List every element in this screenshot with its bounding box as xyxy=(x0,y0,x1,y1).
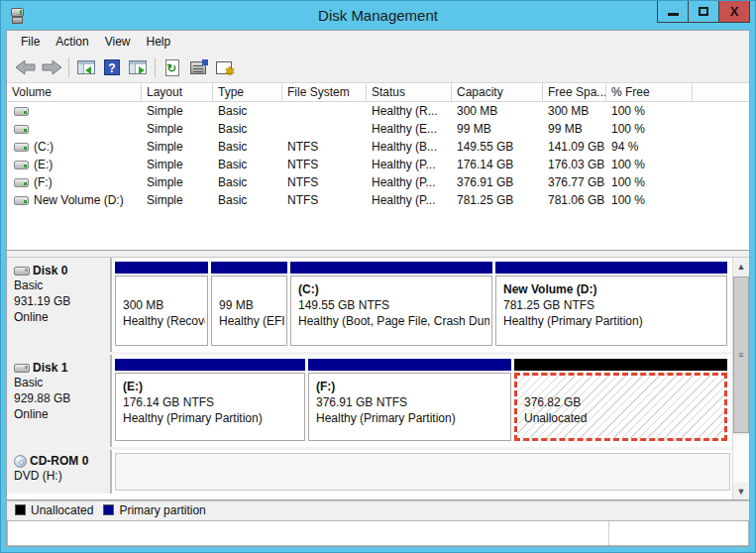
partition-recovery[interactable]: 300 MB Healthy (Recovery Partition) xyxy=(115,262,208,346)
status-bar-side-pane xyxy=(609,521,748,545)
minimize-button[interactable] xyxy=(657,1,689,23)
disk-name: Disk 1 xyxy=(33,361,67,375)
table-row[interactable]: (C:) Simple Basic NTFS Healthy (B... 149… xyxy=(7,138,749,156)
disk-status: Online xyxy=(14,309,106,325)
partition-efi[interactable]: 99 MB Healthy (EFI System Partition) xyxy=(211,262,287,346)
back-icon[interactable] xyxy=(13,55,39,79)
scrollbar-track[interactable] xyxy=(733,435,749,483)
menu-help[interactable]: Help xyxy=(139,31,179,53)
volume-icon xyxy=(14,161,29,169)
table-row[interactable]: Simple Basic Healthy (R... 300 MB 300 MB… xyxy=(7,102,749,120)
partition-e[interactable]: (E:) 176.14 GB NTFS Healthy (Primary Par… xyxy=(115,359,305,441)
scroll-down-button[interactable]: ▼ xyxy=(733,483,749,499)
partition-c[interactable]: (C:) 149.55 GB NTFS Healthy (Boot, Page … xyxy=(290,262,492,346)
legend-primary-partition: Primary partition xyxy=(103,503,205,517)
disk-row-disk0: Disk 0 Basic 931.19 GB Online 300 MB Hea… xyxy=(7,258,732,355)
forward-icon[interactable] xyxy=(39,55,64,79)
maximize-button[interactable] xyxy=(688,1,719,23)
volume-table-header: Volume Layout Type File System Status Ca… xyxy=(7,83,749,102)
toolbar: ? ↻ ✱ xyxy=(7,53,749,83)
volume-icon xyxy=(14,143,29,152)
disk-management-app-icon[interactable] xyxy=(9,7,27,25)
disk-status: Online xyxy=(14,406,106,422)
cdrom-name: CD-ROM 0 xyxy=(30,454,88,468)
show-action-pane-icon[interactable] xyxy=(125,55,151,79)
partition-status-bar xyxy=(514,359,727,371)
table-row[interactable]: (E:) Simple Basic NTFS Healthy (P... 176… xyxy=(7,156,749,173)
window-controls: X xyxy=(658,1,750,23)
disk-row-cdrom0: CD-ROM 0 DVD (H:) xyxy=(7,450,732,494)
column-header-status[interactable]: Status xyxy=(367,83,452,101)
disk-icon xyxy=(14,267,30,276)
column-header-capacity[interactable]: Capacity xyxy=(452,83,543,101)
vertical-scrollbar[interactable]: ▲ ≡ ▼ xyxy=(732,258,749,499)
volume-icon xyxy=(14,107,29,116)
legend-bar: Unallocated Primary partition xyxy=(7,500,749,518)
volume-icon xyxy=(14,196,29,205)
disk-kind: Basic xyxy=(14,277,106,293)
disk0-label[interactable]: Disk 0 Basic 931.19 GB Online xyxy=(7,258,112,352)
partition-d[interactable]: New Volume (D:) 781.25 GB NTFS Healthy (… xyxy=(495,262,727,346)
table-row[interactable]: (F:) Simple Basic NTFS Healthy (P... 376… xyxy=(7,173,749,191)
menu-bar: File Action View Help xyxy=(7,31,749,53)
cdrom-media: DVD (H:) xyxy=(14,468,106,484)
cdrom0-label[interactable]: CD-ROM 0 DVD (H:) xyxy=(7,450,112,494)
volume-name: New Volume (D:) xyxy=(34,191,124,209)
minimize-icon xyxy=(668,13,679,16)
disk-size: 929.88 GB xyxy=(14,390,106,406)
close-icon: X xyxy=(730,5,739,18)
window-title: Disk Management xyxy=(1,7,755,24)
title-bar[interactable]: Disk Management X xyxy=(1,1,755,30)
volume-icon xyxy=(14,178,29,187)
legend-unallocated: Unallocated xyxy=(15,503,93,517)
refresh-icon[interactable]: ↻ xyxy=(160,55,185,79)
disk-kind: Basic xyxy=(14,375,106,390)
properties-icon[interactable] xyxy=(185,55,211,79)
menu-file[interactable]: File xyxy=(13,31,48,53)
column-header-volume[interactable]: Volume xyxy=(7,83,142,101)
cd-rom-icon xyxy=(14,455,27,468)
show-console-tree-icon[interactable] xyxy=(73,55,99,79)
disk-management-window: Disk Management X File Action View Help xyxy=(0,0,756,553)
legend-swatch-unallocated xyxy=(15,504,26,515)
close-button[interactable]: X xyxy=(718,1,750,23)
disk1-partitions: (E:) 176.14 GB NTFS Healthy (Primary Par… xyxy=(112,355,732,447)
partition-status-bar xyxy=(290,262,492,274)
pane-splitter[interactable] xyxy=(7,251,749,258)
scrollbar-thumb[interactable]: ≡ xyxy=(733,276,749,433)
column-header-pct-free[interactable]: % Free xyxy=(606,83,693,101)
volume-name: (C:) xyxy=(34,138,54,156)
table-row[interactable]: New Volume (D:) Simple Basic NTFS Health… xyxy=(7,191,749,209)
partition-unallocated-selected[interactable]: 376.82 GB Unallocated xyxy=(514,359,727,441)
app-icon-tower xyxy=(11,8,24,17)
graphical-view-pane: Disk 0 Basic 931.19 GB Online 300 MB Hea… xyxy=(7,258,749,500)
disk-row-disk1: Disk 1 Basic 929.88 GB Online (E:) 176.1… xyxy=(7,355,732,450)
column-header-free-space[interactable]: Free Spa... xyxy=(543,83,606,101)
disk1-label[interactable]: Disk 1 Basic 929.88 GB Online xyxy=(7,355,112,447)
cdrom-empty-track xyxy=(115,453,730,491)
column-header-type[interactable]: Type xyxy=(213,83,282,101)
volume-name: (E:) xyxy=(34,156,53,173)
toolbar-separator xyxy=(68,57,69,77)
scroll-up-button[interactable]: ▲ xyxy=(733,258,749,275)
partition-status-bar xyxy=(115,262,208,274)
disk-icon xyxy=(14,364,30,373)
help-icon[interactable]: ? xyxy=(99,55,125,79)
column-header-file-system[interactable]: File System xyxy=(282,83,367,101)
toolbar-separator xyxy=(155,57,156,77)
column-header-layout[interactable]: Layout xyxy=(142,83,213,101)
partition-status-bar xyxy=(115,359,305,371)
menu-view[interactable]: View xyxy=(97,31,139,53)
volume-name: (F:) xyxy=(34,173,53,191)
disk-size: 931.19 GB xyxy=(14,293,106,309)
partition-f[interactable]: (F:) 376.91 GB NTFS Healthy (Primary Par… xyxy=(308,359,511,441)
disk-name: Disk 0 xyxy=(33,264,67,277)
legend-swatch-primary xyxy=(103,504,114,515)
status-bar-main-pane xyxy=(8,521,609,545)
disk-settings-icon[interactable]: ✱ xyxy=(211,55,237,79)
menu-action[interactable]: Action xyxy=(48,31,96,53)
window-client-area: File Action View Help ? ↻ xyxy=(6,30,750,547)
status-bar xyxy=(7,520,749,546)
table-row[interactable]: Simple Basic Healthy (E... 99 MB 99 MB 1… xyxy=(7,120,749,138)
partition-status-bar xyxy=(495,262,727,274)
